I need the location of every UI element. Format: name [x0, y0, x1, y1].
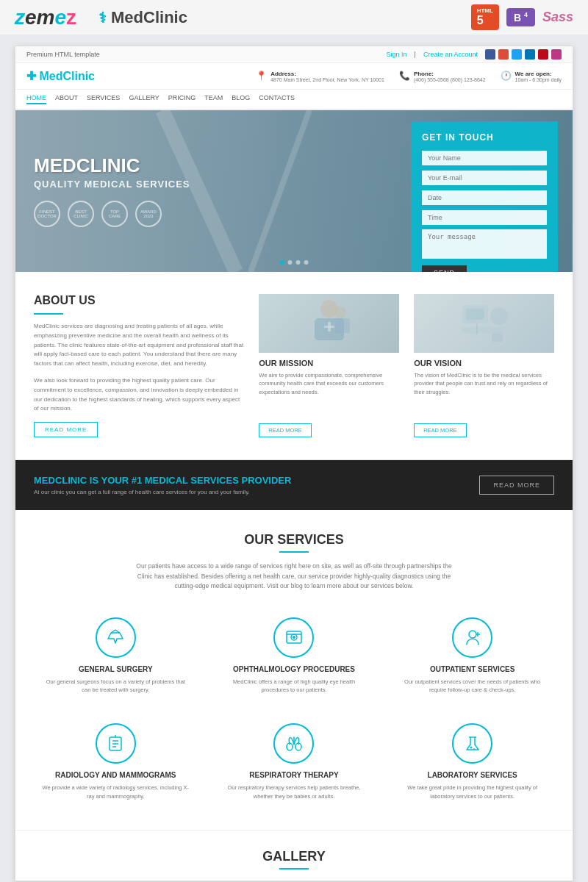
linkedin-icon[interactable] — [525, 49, 535, 60]
cta-banner: MEDCLINIC IS YOUR #1 MEDICAL SERVICES PR… — [15, 460, 573, 510]
svg-rect-10 — [466, 309, 484, 320]
dot-4[interactable] — [304, 260, 309, 265]
cta-title-highlight: MEDCLINIC — [34, 475, 87, 486]
award-badge-3: TOPCARE — [101, 201, 128, 227]
service-ophthalmology: OPHTHALMOLOGY PROCEDURES MedClinic offer… — [212, 610, 376, 702]
ophthalmology-name: OPHTHALMOLOGY PROCEDURES — [220, 665, 369, 673]
nav-pricing[interactable]: PRICING — [168, 94, 196, 104]
contact-form-box: GET IN TOUCH SEND — [411, 121, 558, 272]
form-date-input[interactable] — [422, 190, 547, 205]
nav-team[interactable]: TEAM — [204, 94, 223, 104]
services-title: OUR SERVICES — [34, 532, 554, 548]
google-icon[interactable] — [498, 49, 509, 60]
doctor-svg — [300, 298, 359, 349]
sass-badge: Sass — [542, 10, 573, 25]
cta-subtitle: At our clinic you can get a full range o… — [34, 489, 479, 495]
separator: | — [415, 51, 416, 58]
vision-read-more[interactable]: READ MORE — [414, 423, 466, 437]
service-laboratory: LABORATORY SERVICES We take great pride … — [390, 716, 554, 808]
general-surgery-desc: Our general surgeons focus on a variety … — [41, 678, 190, 695]
equipment-svg — [455, 298, 514, 349]
site-navigation: HOME ABOUT SERVICES GALLERY PRICING TEAM… — [15, 90, 573, 110]
top-bar-right: Sign In | Create an Account — [387, 49, 562, 60]
nav-services[interactable]: SERVICES — [87, 94, 120, 104]
zemes-logo: zemez — [15, 6, 76, 29]
cta-title: MEDCLINIC IS YOUR #1 MEDICAL SERVICES PR… — [34, 475, 479, 486]
dot-2[interactable] — [288, 260, 293, 265]
pinterest-icon[interactable] — [538, 49, 548, 60]
mission-text: We aim to provide compassionate, compreh… — [259, 371, 399, 417]
site-logo: ✚ MedClinic — [26, 69, 95, 83]
dot-3[interactable] — [296, 260, 301, 265]
gallery-title-underline — [279, 868, 309, 870]
logo-cross: ✚ — [26, 70, 36, 82]
about-title: ABOUT US — [34, 294, 244, 307]
mission-image — [259, 294, 399, 353]
nav-blog[interactable]: BLOG — [232, 94, 250, 104]
about-section: ABOUT US MedClinic services are diagnosi… — [15, 272, 573, 460]
form-email-input[interactable] — [422, 171, 547, 185]
nav-gallery[interactable]: GALLERY — [129, 94, 159, 104]
website-preview: Premium HTML template Sign In | Create a… — [15, 46, 573, 881]
hours-info: 🕐 We are open: 10am - 6:30pm daily — [501, 71, 562, 82]
about-vision-card: OUR VISION The vision of MedClinic is to… — [414, 294, 554, 437]
about-mission-card: OUR MISSION We aim to provide compassion… — [259, 294, 399, 437]
services-title-underline — [279, 551, 309, 553]
service-respiratory: RESPIRATORY THERAPY Our respiratory ther… — [212, 716, 376, 808]
svg-point-19 — [469, 631, 476, 638]
award-badge-1: FINESTDOCTOR — [34, 201, 60, 227]
laboratory-icon — [452, 723, 492, 764]
vision-text: The vision of MedClinic is to be the med… — [414, 371, 554, 417]
service-radiology: RADIOLOGY AND MAMMOGRAMS We provide a wi… — [34, 716, 198, 808]
service-general-surgery: GENERAL SURGERY Our general surgeons foc… — [34, 610, 198, 702]
gallery-title: GALLERY — [15, 849, 573, 864]
cta-button[interactable]: READ MORE — [479, 476, 554, 495]
site-header: ✚ MedClinic 📍 Address: 4870 Main Street,… — [15, 63, 573, 90]
svg-rect-12 — [461, 327, 505, 333]
respiratory-desc: Our respiratory therapy services help pa… — [220, 784, 369, 800]
service-outpatient: OUTPATIENT SERVICES Our outpatient servi… — [390, 610, 554, 702]
phone-icon: 📞 — [399, 71, 410, 81]
about-left: ABOUT US MedClinic services are diagnosi… — [34, 294, 244, 437]
form-name-input[interactable] — [422, 151, 547, 165]
laboratory-desc: We take great pride in providing the hig… — [398, 784, 547, 800]
dna-icon: ⚕ — [98, 9, 107, 26]
ophthalmology-desc: MedClinic offers a range of high quality… — [220, 678, 369, 695]
form-time-input[interactable] — [422, 210, 547, 225]
general-surgery-name: GENERAL SURGERY — [41, 665, 190, 673]
about-text-1: MedClinic services are diagnosing and tr… — [34, 322, 244, 369]
radiology-icon — [96, 723, 136, 764]
address-info: 📍 Address: 4870 Main Street, 2nd Floor, … — [256, 71, 384, 82]
header-info: 📍 Address: 4870 Main Street, 2nd Floor, … — [256, 71, 562, 82]
outpatient-icon — [452, 617, 492, 658]
respiratory-name: RESPIRATORY THERAPY — [220, 771, 369, 779]
form-title: GET IN TOUCH — [422, 132, 547, 143]
nav-contacts[interactable]: CONTACTS — [259, 94, 295, 104]
svg-point-31 — [473, 748, 475, 750]
sign-in-link[interactable]: Sign In — [387, 51, 407, 58]
banner-logos: zemez ⚕ MedClinic — [15, 6, 187, 29]
location-icon: 📍 — [256, 71, 267, 81]
mission-read-more[interactable]: READ MORE — [259, 423, 311, 437]
cta-title-rest: IS YOUR #1 MEDICAL SERVICES PROVIDER — [90, 475, 292, 486]
form-message-input[interactable] — [422, 229, 547, 259]
create-account-link[interactable]: Create an Account — [423, 51, 478, 58]
social-icons — [485, 49, 562, 60]
twitter-icon[interactable] — [512, 49, 522, 60]
form-send-button[interactable]: SEND — [422, 265, 467, 272]
dot-1[interactable] — [280, 260, 284, 265]
about-read-more[interactable]: READ MORE — [34, 422, 98, 437]
site-top-bar: Premium HTML template Sign In | Create a… — [15, 46, 573, 63]
svg-rect-8 — [335, 318, 350, 333]
nav-about[interactable]: ABOUT — [55, 94, 78, 104]
outpatient-name: OUTPATIENT SERVICES — [398, 665, 547, 673]
facebook-icon[interactable] — [485, 49, 495, 60]
radiology-name: RADIOLOGY AND MAMMOGRAMS — [41, 771, 190, 779]
instagram-icon[interactable] — [551, 49, 562, 60]
vision-image — [414, 294, 554, 353]
nav-home[interactable]: HOME — [26, 94, 46, 104]
phone-info: 📞 Phone: (406) 555-0568 (800) 123-8642 — [399, 71, 486, 82]
cta-left: MEDCLINIC IS YOUR #1 MEDICAL SERVICES PR… — [34, 475, 479, 495]
medclinic-brand-logo: ⚕ MedClinic — [98, 8, 187, 27]
bootstrap-badge: B 4 — [506, 8, 535, 26]
